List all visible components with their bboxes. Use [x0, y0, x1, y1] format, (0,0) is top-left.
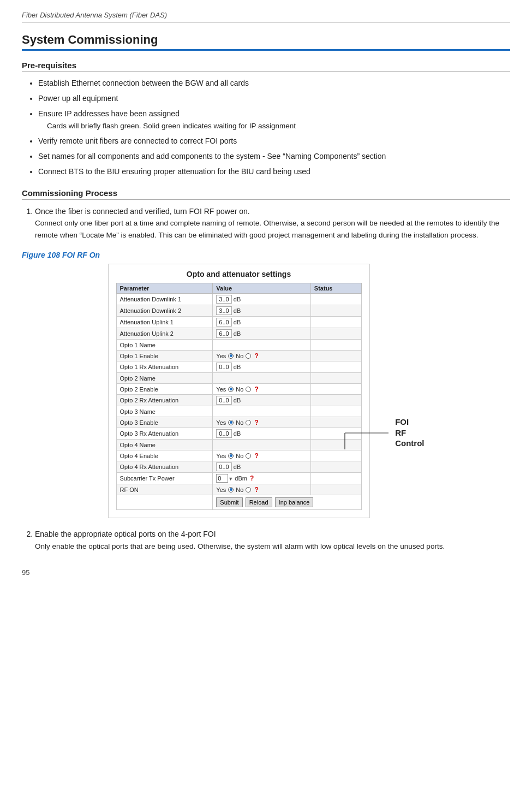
table-row: Opto 2 Rx Attenuation 0..0 dB [116, 395, 361, 406]
table-row: Opto 1 Rx Attenuation 0..0 dB [116, 361, 361, 373]
inp-balance-button[interactable]: Inp balance [275, 497, 314, 507]
page-number: 95 [22, 568, 510, 577]
prereq-list: Establish Ethernet connection between th… [22, 77, 510, 179]
table-row: Subcarrier Tx Power 0▼ dBm ? [116, 473, 361, 484]
radio-yes-opto4[interactable] [228, 453, 234, 459]
list-item: Ensure IP addresses have been assigned C… [38, 108, 510, 133]
table-row: Attenuation Uplink 1 6..0 dB [116, 317, 361, 328]
table-row: Attenuation Downlink 1 3..0 dB [116, 294, 361, 305]
figure-container: Opto and attenuator settings Parameter V… [108, 264, 425, 518]
table-row: Opto 3 Name [116, 406, 361, 417]
table-row: RF ON Yes No ? [116, 484, 361, 495]
foi-rf-control-label: FOIRFControl [395, 417, 424, 449]
radio-yes-opto3[interactable] [228, 420, 234, 425]
reload-button[interactable]: Reload [246, 497, 272, 507]
radio-no-opto3[interactable] [246, 420, 251, 425]
commissioning-heading: Commissioning Process [22, 188, 510, 200]
radio-yes-opto1[interactable] [228, 353, 234, 359]
radio-no-rfon[interactable] [246, 487, 251, 493]
figure-box: Opto and attenuator settings Parameter V… [108, 264, 370, 518]
doc-title: Fiber Distributed Antenna System (Fiber … [22, 11, 510, 23]
table-row: Opto 4 Name [116, 440, 361, 450]
list-item: Enable the appropriate optical ports on … [35, 528, 510, 552]
figure-box-title: Opto and attenuator settings [116, 270, 362, 278]
table-row: Opto 3 Enable Yes No ? [116, 417, 361, 428]
table-row: Opto 4 Rx Attenuation 0..0 dB [116, 461, 361, 473]
page-title: System Commissioning [22, 33, 510, 47]
figure-label: Figure 108 FOI RF On [22, 251, 510, 259]
submit-button[interactable]: Submit [216, 497, 242, 507]
col-header-parameter: Parameter [116, 283, 213, 294]
table-row: Attenuation Downlink 2 3..0 dB [116, 305, 361, 317]
radio-no-opto4[interactable] [246, 453, 251, 459]
table-row: Opto 1 Name [116, 340, 361, 351]
table-row: Opto 2 Name [116, 373, 361, 384]
prereq-heading: Pre-requisites [22, 61, 510, 72]
annotation-line-svg [345, 422, 394, 444]
annotation: FOIRFControl [345, 417, 424, 449]
table-row: Opto 1 Enable Yes No ? [116, 351, 361, 361]
list-item: Establish Ethernet connection between th… [38, 77, 510, 90]
table-row: Opto 4 Enable Yes No ? [116, 450, 361, 461]
table-row: Opto 2 Enable Yes No ? [116, 384, 361, 395]
table-row: Opto 3 Rx Attenuation 0..0 dB [116, 428, 361, 440]
list-item: Verify remote unit fibers are connected … [38, 135, 510, 148]
list-item: Power up all equipment [38, 92, 510, 105]
radio-no-opto1[interactable] [246, 353, 251, 359]
list-item: Set names for all components and add com… [38, 150, 510, 163]
radio-yes-opto2[interactable] [228, 387, 234, 392]
col-header-status: Status [310, 283, 361, 294]
table-row-buttons: Submit Reload Inp balance [116, 495, 361, 510]
table-row: Attenuation Uplink 2 6..0 dB [116, 328, 361, 340]
settings-table: Parameter Value Status Attenuation Downl… [116, 283, 362, 510]
radio-yes-rfon[interactable] [228, 487, 234, 493]
col-header-value: Value [213, 283, 311, 294]
list-item: Connect BTS to the BIU ensuring proper a… [38, 165, 510, 179]
radio-no-opto2[interactable] [246, 387, 251, 392]
list-item: Once the fiber is connected and verified… [35, 205, 510, 241]
